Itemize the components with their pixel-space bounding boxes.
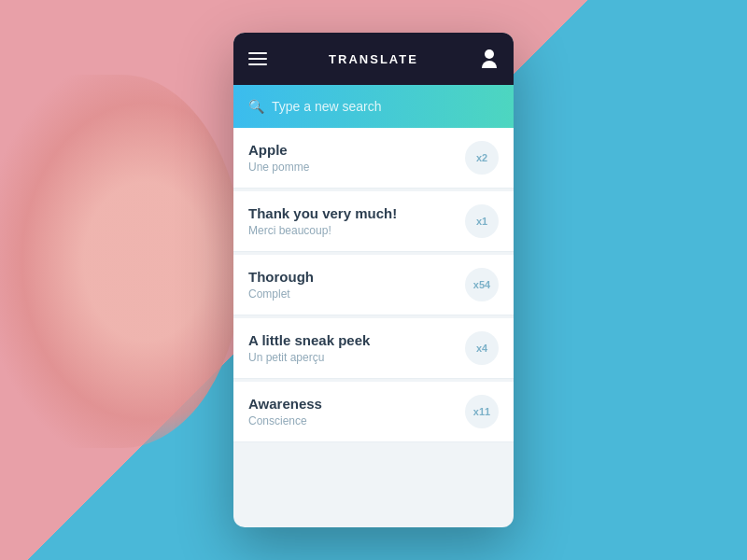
item-badge: x4 bbox=[465, 331, 499, 365]
item-sub-text: Merci beaucoup! bbox=[248, 224, 465, 237]
translation-list: Apple Une pomme x2 Thank you very much! … bbox=[233, 128, 514, 445]
item-main-text: A little sneak peek bbox=[248, 332, 465, 348]
item-sub-text: Conscience bbox=[248, 414, 465, 427]
item-text: A little sneak peek Un petit aperçu bbox=[248, 332, 465, 364]
list-item[interactable]: Awareness Conscience x11 bbox=[233, 382, 514, 442]
app-header: TRANSLATE bbox=[233, 33, 514, 85]
item-text: Thorough Complet bbox=[248, 269, 465, 301]
item-badge: x1 bbox=[465, 204, 499, 238]
hand-image bbox=[0, 75, 243, 448]
user-profile-icon[interactable] bbox=[480, 49, 499, 68]
item-badge: x11 bbox=[465, 395, 499, 428]
phone-mockup: TRANSLATE 🔍 Type a new search Apple Une … bbox=[233, 33, 514, 527]
list-item[interactable]: Thank you very much! Merci beaucoup! x1 bbox=[233, 191, 514, 252]
item-main-text: Thorough bbox=[248, 269, 465, 285]
search-placeholder-text: Type a new search bbox=[272, 99, 382, 114]
list-item[interactable]: Thorough Complet x54 bbox=[233, 255, 514, 315]
item-main-text: Awareness bbox=[248, 396, 465, 412]
item-main-text: Thank you very much! bbox=[248, 205, 465, 221]
item-sub-text: Complet bbox=[248, 287, 465, 301]
item-main-text: Apple bbox=[248, 142, 465, 158]
list-item[interactable]: Apple Une pomme x2 bbox=[233, 128, 514, 189]
item-badge: x2 bbox=[465, 141, 499, 175]
menu-button[interactable] bbox=[248, 52, 267, 65]
item-sub-text: Une pomme bbox=[248, 161, 465, 174]
search-bar[interactable]: 🔍 Type a new search bbox=[233, 85, 514, 128]
item-text: Awareness Conscience bbox=[248, 396, 465, 427]
item-text: Apple Une pomme bbox=[248, 142, 465, 174]
item-sub-text: Un petit aperçu bbox=[248, 351, 465, 364]
search-icon: 🔍 bbox=[248, 99, 264, 114]
item-text: Thank you very much! Merci beaucoup! bbox=[248, 205, 465, 237]
list-item[interactable]: A little sneak peek Un petit aperçu x4 bbox=[233, 318, 514, 379]
app-title: TRANSLATE bbox=[329, 52, 418, 66]
item-badge: x54 bbox=[465, 268, 499, 301]
